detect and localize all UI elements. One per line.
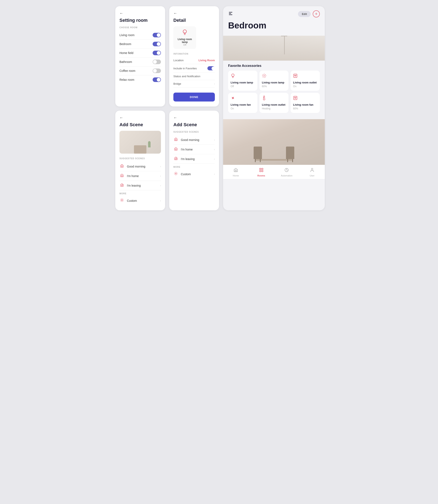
toggle-bathroom[interactable] <box>153 60 161 64</box>
room-list: Living room Bedroom Home field Bathroom … <box>120 31 161 84</box>
svg-point-6 <box>296 75 296 76</box>
bridge-chevron: › <box>214 82 215 85</box>
scene-custom-right[interactable]: Custom › <box>173 169 215 179</box>
room-row-bathroom: Bathroom <box>120 57 161 66</box>
location-row: Location Living Room <box>173 57 215 64</box>
fan-on-status: On <box>231 107 255 110</box>
toggle-bedroom[interactable] <box>153 42 161 46</box>
room-name-homefield: Home field <box>120 51 133 55</box>
accessory-card-outlet-heating[interactable]: Living room outlet Heating <box>259 93 289 113</box>
scene-image <box>120 131 161 154</box>
good-morning-name-left: Good morning <box>127 165 160 168</box>
lamp-off-name: Living room lamp <box>231 81 255 84</box>
svg-rect-14 <box>260 171 261 172</box>
scene-good-morning-right[interactable]: Good morning › <box>173 135 215 145</box>
room-row-coffeeroom: Coffee room <box>120 66 161 75</box>
setting-room-title: Setting room <box>120 18 161 23</box>
custom-icon-left <box>120 198 124 203</box>
svg-rect-9 <box>294 96 297 100</box>
header-actions: Edit + <box>298 10 320 17</box>
bridge-row[interactable]: Bridge › <box>173 80 215 88</box>
suggested-scenes-label-left: SUGGESTED SCENES <box>120 157 161 160</box>
scene-im-home-left[interactable]: I'm home › <box>120 171 161 181</box>
table-decoration <box>255 159 293 161</box>
outlet-heating-icon <box>262 96 286 102</box>
custom-icon-right <box>173 172 178 176</box>
edit-button[interactable]: Edit <box>298 11 311 17</box>
im-home-name-left: I'm home <box>127 174 160 178</box>
nav-user[interactable]: User <box>299 168 325 177</box>
add-button[interactable]: + <box>313 10 320 17</box>
accessory-card-fan-on[interactable]: Living room fan On <box>228 93 257 113</box>
accessory-card-outlet-on[interactable]: Living room outlet On <box>291 70 320 91</box>
accessory-card-lamp-off[interactable]: Living room lamp Off <box>228 70 257 91</box>
nav-rooms[interactable]: Rooms <box>249 168 274 177</box>
favorites-row[interactable]: Include in Favorites <box>173 64 215 73</box>
room-name-bathroom: Bathroom <box>120 60 132 64</box>
svg-point-5 <box>295 75 295 76</box>
toggle-livingroom[interactable] <box>153 33 161 37</box>
nav-user-label: User <box>310 174 314 177</box>
im-leaving-icon-right <box>173 157 178 161</box>
favorites-title: Favorite Accessories <box>228 64 320 68</box>
nav-automation[interactable]: Automation <box>274 168 299 177</box>
setting-room-card: ← Setting room CHOSSE ROOM Living room B… <box>115 6 165 106</box>
toggle-coffeeroom[interactable] <box>153 69 161 73</box>
outlet-on-icon <box>293 73 317 79</box>
info-section-label: INFOMATION <box>173 53 215 55</box>
done-button[interactable]: DONE <box>173 92 215 102</box>
toggle-relaxroom[interactable] <box>153 77 161 82</box>
scene-custom-left[interactable]: Custom › <box>120 196 161 205</box>
good-morning-name-right: Good morning <box>181 138 214 142</box>
detail-card: ← Detail Living room lamp Off INFOMATION… <box>169 6 219 106</box>
back-arrow-scene-left[interactable]: ← <box>120 116 123 120</box>
svg-rect-12 <box>260 168 261 170</box>
lamp-off-icon <box>231 73 255 79</box>
nav-home[interactable]: Home <box>223 168 249 177</box>
device-status: Off <box>183 44 186 46</box>
lamp-decoration <box>284 36 285 54</box>
fan-on-name: Living room fan <box>231 103 255 107</box>
im-leaving-name-right: I'm leaving <box>181 157 214 161</box>
accessory-card-fan-60[interactable]: Living room fan 60% <box>291 93 320 113</box>
location-value: Living Room <box>198 59 215 62</box>
outlet-heating-name: Living room outlet <box>262 103 286 107</box>
svg-point-17 <box>311 168 313 170</box>
more-label-left: MORE <box>120 192 161 195</box>
back-arrow-scene-right[interactable]: ← <box>173 116 177 120</box>
room-row-bedroom: Bedroom <box>120 40 161 49</box>
chair-leg-decoration <box>292 159 293 162</box>
room-row-relaxroom: Relax room <box>120 75 161 84</box>
room-photo <box>223 119 325 165</box>
status-notification-row: Status and Notification <box>173 73 215 80</box>
svg-point-11 <box>296 97 296 98</box>
back-arrow-detail[interactable]: ← <box>173 11 177 16</box>
svg-rect-15 <box>262 171 263 172</box>
lamp-60-status: 60% <box>262 85 286 88</box>
im-home-icon-right <box>173 147 178 152</box>
good-morning-icon-left <box>120 164 124 169</box>
nav-home-label: Home <box>233 174 239 177</box>
favorites-toggle[interactable] <box>207 66 215 70</box>
accessory-card-lamp-60[interactable]: Living room lamp 60% <box>259 70 289 91</box>
im-home-icon-left <box>120 173 124 178</box>
add-scene-right-card: ← Add Scene SUGGESTED SCENES Good mornin… <box>169 111 219 210</box>
bottom-nav: Home Rooms <box>223 165 325 179</box>
scene-im-home-right[interactable]: I'm home › <box>173 145 215 154</box>
svg-rect-13 <box>262 168 263 170</box>
scene-im-leaving-left[interactable]: I'm leaving › <box>120 181 161 190</box>
scene-good-morning-left[interactable]: Good morning › <box>120 162 161 171</box>
room-row-homefield: Home field <box>120 49 161 57</box>
scene-im-leaving-right[interactable]: I'm leaving › <box>173 154 215 164</box>
bridge-label: Bridge <box>173 82 181 85</box>
good-morning-icon-right <box>173 137 178 142</box>
room-image-strip <box>223 36 325 61</box>
nav-automation-label: Automation <box>281 174 292 177</box>
toggle-homefield[interactable] <box>153 51 161 55</box>
menu-icon[interactable] <box>228 11 233 17</box>
back-arrow-setting[interactable]: ← <box>120 11 123 16</box>
device-name: Living room lamp <box>176 38 193 44</box>
svg-point-18 <box>121 200 122 201</box>
room-name-relaxroom: Relax room <box>120 78 134 81</box>
fan-60-status: 60% <box>293 107 317 110</box>
